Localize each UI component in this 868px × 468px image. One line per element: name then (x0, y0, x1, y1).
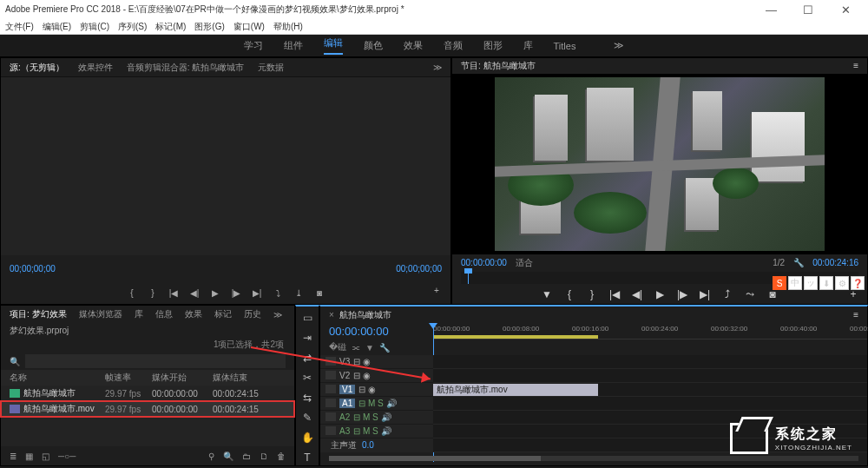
menu-help[interactable]: 帮助(H) (273, 21, 303, 33)
play-icon[interactable]: ▶ (208, 286, 222, 300)
workspace-library[interactable]: 库 (523, 39, 533, 52)
timeline-zoom-scrollbar[interactable] (329, 456, 858, 461)
snap-icon[interactable]: �磁 (329, 341, 346, 353)
razor-tool-icon[interactable]: ✂ (299, 370, 315, 385)
menu-sequence[interactable]: 序列(S) (118, 21, 147, 33)
lift-icon[interactable]: ⤴ (720, 287, 734, 301)
button-editor-icon[interactable]: + (430, 283, 444, 297)
add-marker-icon[interactable]: ▼ (540, 287, 554, 301)
workspace-learn[interactable]: 学习 (244, 39, 263, 52)
tab-history[interactable]: 历史 (244, 308, 261, 320)
ime-input-icon[interactable]: ⬇ (819, 276, 833, 290)
tab-markers[interactable]: 标记 (214, 308, 232, 320)
menu-file[interactable]: 文件(F) (5, 21, 34, 33)
panel-menu-icon[interactable]: ≡ (853, 61, 858, 70)
track-lane-v2[interactable] (433, 369, 867, 383)
ime-lang-icon[interactable]: 中 (788, 276, 802, 290)
track-header-a3[interactable]: A3⊟ M S 🔊 (320, 425, 433, 438)
col-end[interactable]: 媒体结束 (213, 372, 273, 384)
track-lane-v3[interactable] (433, 355, 867, 369)
workspace-edit[interactable]: 编辑 (324, 36, 343, 55)
col-name[interactable]: 名称 (10, 372, 105, 384)
step-back-icon[interactable]: ◀| (187, 286, 201, 300)
panel-menu-icon[interactable]: ≫ (433, 63, 442, 72)
tab-media-browser[interactable]: 媒体浏览器 (79, 308, 122, 320)
ime-settings-icon[interactable]: ⚙ (835, 276, 849, 290)
step-back-icon[interactable]: ◀| (630, 287, 644, 301)
track-toggle-icon[interactable] (326, 371, 336, 379)
add-marker-icon[interactable]: ▼ (365, 343, 374, 353)
program-time[interactable]: 00:00:00:00 (461, 258, 507, 267)
workspace-titles[interactable]: Titles (554, 41, 576, 51)
delete-icon[interactable]: 🗑 (277, 452, 286, 461)
play-icon[interactable]: ▶ (653, 287, 667, 301)
tab-library[interactable]: 库 (135, 308, 143, 320)
maximize-icon[interactable]: ☐ (791, 3, 825, 16)
project-item-clip[interactable]: 航拍鸟瞰城市.mov 29.97 fps 00:00:00:00 00:00:2… (1, 401, 294, 417)
timeline-ruler[interactable]: 00:00:00:00 00:00:08:00 00:00:16:00 00:0… (433, 323, 867, 339)
project-item-sequence[interactable]: 航拍鸟瞰城市 29.97 fps 00:00:00:00 00:00:24:15 (1, 386, 294, 401)
linked-selection-icon[interactable]: ⫘ (352, 343, 360, 353)
track-header-master[interactable]: 主声道0.0 (320, 438, 433, 452)
go-to-in-icon[interactable]: |◀ (167, 286, 181, 300)
timeline-clip[interactable]: 航拍鸟瞰城市.mov (433, 384, 598, 396)
tab-info[interactable]: 信息 (155, 308, 173, 320)
auto-match-icon[interactable]: ⚲ (208, 452, 214, 461)
track-select-tool-icon[interactable]: ⇥ (299, 330, 315, 345)
mark-in-icon[interactable]: { (125, 286, 139, 300)
menu-edit[interactable]: 编辑(E) (43, 21, 71, 33)
ime-help-icon[interactable]: ❓ (851, 276, 865, 290)
find-icon[interactable]: 🔍 (223, 452, 233, 461)
track-lane-v1[interactable]: 航拍鸟瞰城市.mov (433, 383, 867, 397)
extract-icon[interactable]: ⤳ (743, 287, 757, 301)
search-input[interactable] (25, 354, 286, 368)
workspace-audio[interactable]: 音频 (444, 39, 463, 52)
timeline-settings-icon[interactable]: 🔧 (379, 343, 390, 353)
workspace-effects[interactable]: 效果 (404, 39, 423, 52)
step-forward-icon[interactable]: |▶ (675, 287, 689, 301)
work-area-bar[interactable] (433, 335, 598, 339)
type-tool-icon[interactable]: T (299, 451, 315, 465)
mark-out-icon[interactable]: } (146, 286, 160, 300)
tab-effect-controls[interactable]: 效果控件 (78, 62, 113, 74)
new-bin-icon[interactable]: 🗀 (242, 452, 251, 461)
hand-tool-icon[interactable]: ✋ (299, 431, 315, 445)
tab-source[interactable]: 源:（无剪辑） (10, 62, 64, 74)
slip-tool-icon[interactable]: ⇆ (299, 391, 315, 405)
insert-icon[interactable]: ⤵ (271, 286, 285, 300)
track-header-a1[interactable]: A1⊟ M S 🔊 (320, 397, 433, 411)
menu-marker[interactable]: 标记(M) (155, 21, 186, 33)
tab-audio-clip-mixer[interactable]: 音频剪辑混合器: 航拍鸟瞰城市 (127, 62, 245, 74)
workspace-graphics[interactable]: 图形 (483, 39, 503, 52)
source-time-out[interactable]: 00;00;00;00 (396, 264, 442, 274)
go-to-in-icon[interactable]: |◀ (608, 287, 621, 301)
sequence-name[interactable]: 航拍鸟瞰城市 (339, 309, 391, 321)
playhead-timecode[interactable]: 00:00:00:00 (320, 323, 433, 339)
settings-icon[interactable]: 🔧 (793, 258, 804, 267)
resolution-select[interactable]: 1/2 (773, 258, 785, 267)
zoom-fit[interactable]: 适合 (516, 257, 533, 269)
overwrite-icon[interactable]: ⤓ (292, 286, 306, 300)
workspace-color[interactable]: 颜色 (364, 39, 383, 52)
panel-overflow-icon[interactable]: ≫ (273, 310, 282, 320)
ime-emoji-icon[interactable]: ッ (804, 276, 818, 290)
go-to-out-icon[interactable]: ▶| (250, 286, 264, 300)
go-to-out-icon[interactable]: ▶| (698, 287, 712, 301)
workspace-assembly[interactable]: 组件 (284, 39, 303, 52)
track-toggle-icon[interactable] (326, 412, 336, 421)
menu-clip[interactable]: 剪辑(C) (80, 21, 109, 33)
tab-project[interactable]: 项目: 梦幻效果 (10, 308, 67, 320)
mark-out-icon[interactable]: } (585, 287, 599, 301)
track-lane-a1[interactable] (433, 397, 867, 411)
minimize-icon[interactable]: — (753, 3, 788, 16)
mark-in-icon[interactable]: { (562, 287, 576, 301)
track-toggle-icon[interactable] (326, 385, 336, 393)
list-view-icon[interactable]: ≣ (10, 452, 16, 461)
menu-window[interactable]: 窗口(W) (233, 21, 265, 33)
selection-tool-icon[interactable]: ▭ (299, 310, 315, 325)
track-toggle-icon[interactable] (326, 399, 336, 407)
panel-menu-icon[interactable]: ≡ (853, 310, 858, 320)
col-fps[interactable]: 帧速率 (105, 372, 152, 384)
pen-tool-icon[interactable]: ✎ (299, 411, 315, 425)
zoom-slider[interactable]: ─○─ (58, 452, 76, 461)
